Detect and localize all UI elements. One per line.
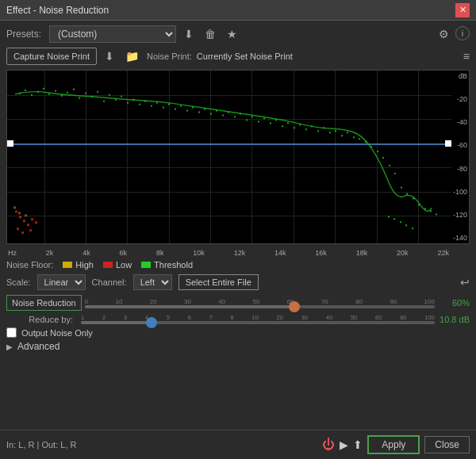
x-label-6k: 6k bbox=[120, 249, 128, 257]
svg-rect-69 bbox=[430, 210, 432, 212]
play-button[interactable]: ▶ bbox=[340, 438, 348, 451]
rb-fill bbox=[81, 321, 152, 324]
noise-print-row: Capture Noise Print ⬇ 📁 Noise Print: Cur… bbox=[6, 48, 470, 65]
svg-rect-82 bbox=[17, 228, 19, 230]
apply-button[interactable]: Apply bbox=[367, 435, 420, 454]
close-window-button[interactable]: ✕ bbox=[455, 3, 470, 17]
advanced-row[interactable]: ▶ Advanced bbox=[6, 341, 470, 352]
y-label-40: -40 bbox=[453, 118, 467, 126]
legend-high: High bbox=[63, 260, 94, 270]
svg-rect-6 bbox=[55, 90, 56, 92]
output-noise-only-label[interactable]: Output Noise Only bbox=[21, 328, 93, 338]
svg-rect-55 bbox=[347, 132, 348, 133]
svg-rect-46 bbox=[294, 127, 295, 128]
x-label-4k: 4k bbox=[83, 249, 90, 257]
noise-reduction-label: Noise Reduction bbox=[6, 295, 82, 311]
rb-thumb[interactable] bbox=[146, 317, 157, 328]
svg-rect-13 bbox=[97, 91, 98, 93]
select-entire-file-button[interactable]: Select Entire File bbox=[178, 274, 259, 290]
nr-tick-20: 20 bbox=[150, 298, 157, 305]
y-label-db: dB bbox=[453, 72, 467, 80]
rb-tick-5: 5 bbox=[167, 314, 170, 321]
svg-rect-64 bbox=[401, 187, 402, 189]
legend-low-color bbox=[103, 262, 113, 268]
nr-tick-10: 10 bbox=[116, 298, 123, 305]
y-label-60: -60 bbox=[453, 141, 467, 149]
preset-download-button[interactable]: ⬇ bbox=[181, 26, 197, 42]
preset-info-button[interactable]: i bbox=[455, 26, 470, 40]
reduce-by-slider[interactable] bbox=[81, 321, 435, 324]
noise-print-menu-icon[interactable]: ≡ bbox=[463, 50, 470, 63]
window-title: Effect - Noise Reduction bbox=[6, 5, 109, 16]
preset-star-button[interactable]: ★ bbox=[224, 26, 240, 42]
channel-select[interactable]: Left bbox=[133, 274, 172, 290]
nr-tick-80: 80 bbox=[355, 298, 363, 305]
preset-delete-button[interactable]: 🗑 bbox=[202, 26, 219, 42]
nr-tick-row: 0 10 20 30 40 50 60 70 80 90 100 bbox=[85, 298, 435, 305]
rb-tick-1: 1 bbox=[81, 314, 84, 321]
scale-select[interactable]: Linear bbox=[37, 274, 86, 290]
x-label-14k: 14k bbox=[274, 249, 286, 257]
nr-tick-0: 0 bbox=[85, 298, 88, 305]
svg-rect-59 bbox=[370, 146, 372, 147]
svg-rect-80 bbox=[31, 218, 33, 220]
svg-rect-30 bbox=[198, 112, 200, 113]
load-noise-print-button[interactable]: ⬇ bbox=[102, 48, 117, 64]
nr-thumb[interactable] bbox=[289, 301, 300, 312]
x-label-18k: 18k bbox=[356, 249, 368, 257]
svg-rect-8 bbox=[67, 92, 68, 94]
rb-tick-20: 20 bbox=[277, 314, 283, 321]
rb-tick-7: 7 bbox=[209, 314, 213, 321]
nr-tick-90: 90 bbox=[390, 298, 397, 305]
noise-chart-svg bbox=[7, 71, 451, 243]
svg-rect-81 bbox=[35, 221, 37, 224]
x-label-hz: Hz bbox=[8, 249, 17, 257]
output-noise-only-checkbox[interactable] bbox=[6, 327, 17, 338]
svg-rect-12 bbox=[91, 96, 93, 98]
svg-rect-76 bbox=[15, 210, 17, 212]
svg-rect-20 bbox=[139, 104, 140, 105]
svg-rect-36 bbox=[234, 116, 236, 117]
svg-rect-73 bbox=[400, 221, 401, 223]
rb-tick-10: 10 bbox=[252, 314, 259, 321]
folder-noise-print-button[interactable]: 📁 bbox=[122, 48, 142, 64]
svg-rect-1 bbox=[25, 90, 26, 91]
svg-rect-87 bbox=[25, 214, 27, 216]
power-button[interactable]: ⏻ bbox=[322, 438, 335, 452]
rb-tick-8: 8 bbox=[231, 314, 234, 321]
preset-settings-button[interactable]: ⚙ bbox=[436, 26, 452, 42]
presets-select[interactable]: (Custom) bbox=[49, 25, 176, 43]
y-label-120: -120 bbox=[453, 211, 467, 219]
noise-print-value: Currently Set Noise Print bbox=[197, 52, 293, 61]
chart-container: dB -20 -40 -60 -80 -100 -120 -140 bbox=[6, 70, 470, 244]
y-label-80: -80 bbox=[453, 165, 467, 173]
io-label: In: L, R | Out: L, R bbox=[6, 440, 322, 449]
legend-high-label: High bbox=[75, 260, 94, 270]
capture-noise-print-button[interactable]: Capture Noise Print bbox=[6, 48, 97, 65]
rb-tick-60: 60 bbox=[375, 314, 382, 321]
nr-tick-40: 40 bbox=[218, 298, 225, 305]
x-label-22k: 22k bbox=[437, 249, 449, 257]
svg-rect-7 bbox=[61, 95, 63, 97]
close-button[interactable]: Close bbox=[424, 436, 470, 453]
rb-tick-40: 40 bbox=[326, 314, 332, 321]
svg-rect-28 bbox=[186, 110, 188, 112]
noise-reduction-slider[interactable] bbox=[85, 305, 435, 308]
noise-reduction-slider-wrapper: 0 10 20 30 40 50 60 70 80 90 100 bbox=[85, 298, 435, 308]
export-button[interactable]: ⬆ bbox=[353, 438, 363, 451]
legend-low: Low bbox=[103, 260, 132, 270]
svg-rect-65 bbox=[406, 193, 408, 195]
svg-rect-35 bbox=[228, 112, 229, 113]
undo-button[interactable]: ↩ bbox=[460, 276, 470, 289]
noise-reduction-row: Noise Reduction 0 10 20 30 40 50 60 70 8… bbox=[6, 295, 470, 311]
rb-tick-3: 3 bbox=[124, 314, 127, 321]
output-noise-only-row: Output Noise Only bbox=[6, 327, 470, 338]
noise-reduction-value: 60% bbox=[438, 298, 470, 308]
svg-rect-74 bbox=[405, 224, 407, 226]
svg-rect-23 bbox=[156, 102, 158, 104]
svg-rect-79 bbox=[27, 224, 29, 226]
nr-track bbox=[85, 305, 435, 308]
svg-rect-70 bbox=[436, 213, 437, 215]
rb-tick-80: 80 bbox=[400, 314, 406, 321]
presets-label: Presets: bbox=[6, 29, 41, 40]
